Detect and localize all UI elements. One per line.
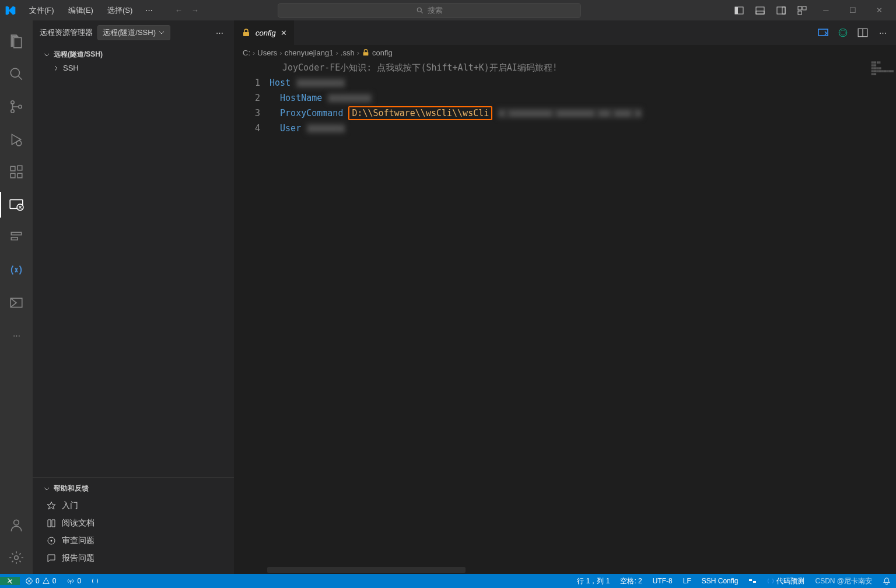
book-icon: [47, 519, 56, 528]
menu-overflow[interactable]: ⋯: [141, 4, 158, 17]
help-item-report-issue[interactable]: 报告问题: [33, 550, 234, 567]
highlighted-path: D:\\Software\\wsCli\\wsCli: [348, 106, 492, 120]
svg-rect-20: [18, 166, 22, 170]
svg-rect-8: [798, 6, 802, 10]
svg-point-26: [15, 556, 19, 560]
joycoder-icon[interactable]: [0, 254, 33, 286]
split-editor-icon[interactable]: [856, 26, 869, 39]
svg-point-28: [51, 540, 52, 542]
explorer-icon[interactable]: [0, 25, 33, 58]
redacted-value: xxxxxxx: [306, 123, 345, 134]
tab-config[interactable]: config ✕: [235, 20, 295, 45]
svg-point-15: [19, 105, 22, 108]
help-item-docs[interactable]: 阅读文档: [33, 514, 234, 532]
minimap[interactable]: ████ ███████████████████████████████████…: [838, 60, 896, 574]
more-activities-icon[interactable]: ⋯: [0, 319, 33, 352]
sidebar-header: 远程资源管理器 远程(隧道/SSH) ⋯: [33, 20, 234, 45]
status-code-predict[interactable]: 代码预测: [762, 576, 810, 586]
status-problems[interactable]: 0 0: [20, 577, 61, 585]
svg-point-14: [11, 110, 14, 113]
breadcrumb-part[interactable]: config: [372, 48, 393, 57]
title-bar: 文件(F) 编辑(E) 选择(S) ⋯ ← → 搜索 ─ ☐ ✕: [0, 0, 896, 20]
layout-panel-right-icon[interactable]: [772, 3, 790, 18]
code-content[interactable]: JoyCoder-FE小知识: 点我或按下(Shift+Alt+K)开启AI编码…: [270, 60, 896, 574]
command-center-search[interactable]: 搜索: [278, 3, 581, 18]
code-editor[interactable]: 1234 JoyCoder-FE小知识: 点我或按下(Shift+Alt+K)开…: [235, 60, 896, 574]
window-maximize[interactable]: ☐: [841, 2, 864, 19]
editor-tabs: config ✕ ⋯: [235, 20, 896, 45]
redacted-value: xxxxxxxxx: [296, 78, 345, 88]
tree-item-ssh[interactable]: SSH: [33, 62, 234, 74]
svg-point-36: [71, 580, 72, 582]
svg-rect-30: [818, 29, 828, 36]
svg-line-12: [18, 76, 22, 80]
copilot-icon[interactable]: [836, 26, 849, 39]
help-item-label: 审查问题: [62, 536, 94, 546]
chevron-down-icon: [158, 29, 165, 36]
svg-rect-7: [782, 7, 785, 14]
radio-tower-icon: [66, 577, 75, 585]
sidebar: 远程资源管理器 远程(隧道/SSH) ⋯ 远程(隧道/SSH) SSH 帮助和反…: [33, 20, 235, 574]
status-encoding[interactable]: UTF-8: [648, 577, 678, 585]
nav-back-icon[interactable]: ←: [172, 4, 186, 18]
breadcrumb-part[interactable]: .ssh: [341, 48, 355, 57]
status-notifications[interactable]: [877, 577, 896, 585]
status-joycoder[interactable]: [86, 578, 104, 584]
accounts-icon[interactable]: [0, 509, 33, 541]
status-cursor-position[interactable]: 行 1，列 1: [572, 576, 615, 586]
status-indentation[interactable]: 空格: 2: [615, 576, 647, 586]
search-icon: [416, 6, 424, 15]
sidebar-more[interactable]: ⋯: [212, 27, 227, 38]
window-minimize[interactable]: ─: [814, 2, 838, 19]
more-actions-icon[interactable]: ⋯: [876, 26, 889, 39]
close-icon[interactable]: ✕: [281, 29, 287, 37]
help-header[interactable]: 帮助和反馈: [33, 480, 234, 497]
search-placeholder: 搜索: [428, 5, 443, 16]
chevron-down-icon: [43, 485, 50, 492]
joycoder-small-icon: [92, 578, 99, 584]
layout-panel-left-icon[interactable]: [730, 3, 748, 18]
run-debug-icon[interactable]: [0, 123, 33, 156]
tree-section-remote[interactable]: 远程(隧道/SSH): [33, 47, 234, 62]
todo-icon[interactable]: [0, 221, 33, 254]
tab-label: config: [256, 29, 276, 37]
help-item-getting-started[interactable]: 入门: [33, 497, 234, 514]
keyword: HostName: [280, 93, 322, 103]
breadcrumb[interactable]: C:› Users› chenyuejiang1› .ssh› config: [235, 45, 896, 60]
menu-file[interactable]: 文件(F): [23, 3, 60, 18]
horizontal-scrollbar[interactable]: [267, 567, 466, 573]
star-icon: [47, 501, 56, 510]
extensions-icon[interactable]: [0, 156, 33, 188]
open-remote-icon[interactable]: [817, 26, 830, 39]
breadcrumb-part[interactable]: C:: [243, 48, 250, 57]
help-header-label: 帮助和反馈: [54, 484, 89, 494]
editor-hint[interactable]: JoyCoder-FE小知识: 点我或按下(Shift+Alt+K)开启AI编码…: [270, 60, 896, 75]
svg-rect-17: [10, 166, 15, 171]
help-item-label: 阅读文档: [62, 518, 94, 528]
layout-panel-bottom-icon[interactable]: [751, 3, 769, 18]
status-ports[interactable]: 0: [61, 577, 86, 585]
vscode-logo-icon: [5, 5, 16, 16]
status-layout-icon[interactable]: [743, 577, 762, 585]
remote-type-dropdown[interactable]: 远程(隧道/SSH): [97, 25, 170, 40]
help-section: 帮助和反馈 入门 阅读文档 审查问题 报告问题: [33, 477, 234, 574]
svg-rect-29: [243, 32, 249, 36]
breadcrumb-part[interactable]: chenyuejiang1: [285, 48, 334, 57]
svg-rect-19: [18, 173, 22, 178]
layout-customize-icon[interactable]: [793, 3, 811, 18]
svg-point-25: [14, 520, 19, 525]
breadcrumb-part[interactable]: Users: [257, 48, 277, 57]
help-item-review-issues[interactable]: 审查问题: [33, 532, 234, 550]
remote-explorer-icon[interactable]: [0, 188, 33, 221]
search-icon[interactable]: [0, 58, 33, 90]
settings-gear-icon[interactable]: [0, 541, 33, 574]
nav-forward-icon[interactable]: →: [188, 4, 202, 18]
source-control-icon[interactable]: [0, 90, 33, 123]
terminal-panel-icon[interactable]: [0, 286, 33, 319]
menu-select[interactable]: 选择(S): [102, 3, 138, 18]
remote-indicator[interactable]: [0, 577, 20, 585]
menu-edit[interactable]: 编辑(E): [62, 3, 99, 18]
status-eol[interactable]: LF: [678, 577, 696, 585]
status-language[interactable]: SSH Config: [696, 577, 744, 585]
window-close[interactable]: ✕: [868, 2, 891, 19]
